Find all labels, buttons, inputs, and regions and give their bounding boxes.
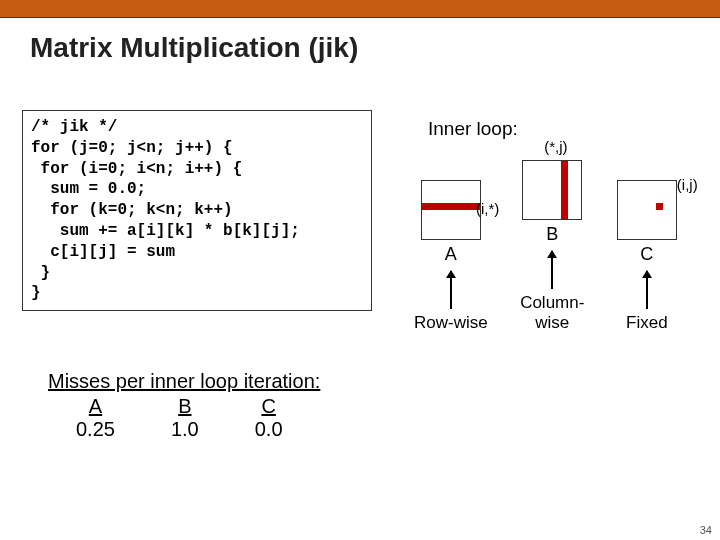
arrow-icon — [551, 251, 553, 289]
matrix-A-annotation: (i,*) — [476, 200, 499, 217]
misses-col-A: A — [48, 395, 143, 418]
misses-val-C: 0.0 — [227, 418, 311, 441]
matrix-B-col-highlight — [561, 161, 568, 219]
misses-val-B: 1.0 — [143, 418, 227, 441]
matrix-diagram: (i,*) A Row-wise (*,j) B Column- wise (i… — [400, 160, 700, 332]
matrix-B-box — [522, 160, 582, 220]
matrix-C-cell-highlight — [656, 203, 663, 210]
slide-title: Matrix Multiplication (jik) — [30, 32, 720, 64]
matrix-A-access: Row-wise — [414, 313, 488, 333]
arrow-icon — [450, 271, 452, 309]
inner-loop-label: Inner loop: — [428, 118, 518, 140]
matrix-C-label: C — [617, 244, 677, 265]
misses-table: A B C 0.25 1.0 0.0 — [48, 395, 311, 441]
matrix-B-annotation: (*,j) — [544, 138, 567, 155]
matrix-B-access: Column- wise — [520, 293, 584, 332]
slide-accent-bar — [0, 0, 720, 18]
matrix-C-box — [617, 180, 677, 240]
arrow-icon — [646, 271, 648, 309]
misses-col-B: B — [143, 395, 227, 418]
matrix-B: (*,j) B Column- wise — [520, 160, 584, 332]
page-number: 34 — [700, 524, 712, 536]
misses-col-C: C — [227, 395, 311, 418]
matrix-B-label: B — [520, 224, 584, 245]
matrix-C: (i,j) C Fixed — [617, 180, 677, 333]
matrix-A-box — [421, 180, 481, 240]
misses-val-A: 0.25 — [48, 418, 143, 441]
matrix-A-label: A — [414, 244, 488, 265]
misses-heading: Misses per inner loop iteration: — [48, 370, 320, 393]
misses-section: Misses per inner loop iteration: A B C 0… — [48, 370, 320, 441]
matrix-C-annotation: (i,j) — [677, 176, 698, 193]
matrix-A-row-highlight — [422, 203, 480, 210]
matrix-A: (i,*) A Row-wise — [414, 180, 488, 333]
code-block: /* jik */ for (j=0; j<n; j++) { for (i=0… — [22, 110, 372, 311]
matrix-C-access: Fixed — [617, 313, 677, 333]
